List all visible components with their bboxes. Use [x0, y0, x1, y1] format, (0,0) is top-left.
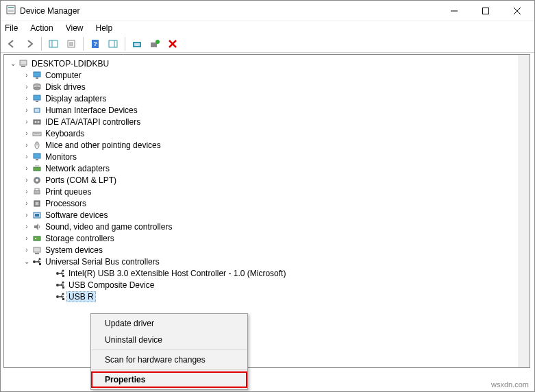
svg-rect-40 [34, 154, 40, 158]
separator [92, 369, 247, 370]
expander-icon[interactable]: › [22, 188, 32, 195]
svg-point-53 [35, 238, 36, 239]
category-label: Universal Serial Bus controllers [45, 257, 160, 267]
expander-icon[interactable]: › [22, 176, 32, 184]
svg-rect-61 [39, 263, 41, 265]
tree-category[interactable]: › Network adapters [5, 162, 528, 174]
expander-icon[interactable]: ⌄ [8, 60, 18, 67]
root-label: DESKTOP-LDIDKBU [32, 59, 109, 69]
svg-rect-26 [36, 77, 38, 79]
menu-view[interactable]: View [66, 23, 84, 33]
svg-rect-31 [36, 101, 38, 102]
usb-icon [55, 268, 66, 279]
svg-rect-1 [8, 7, 14, 8]
maximize-button[interactable] [470, 1, 501, 21]
tree-category[interactable]: › Storage controllers [5, 232, 528, 244]
expander-icon[interactable]: › [22, 71, 32, 79]
menubar: File Action View Help [1, 21, 534, 35]
expander-icon[interactable]: › [22, 164, 32, 172]
svg-rect-43 [35, 165, 39, 167]
usb-icon [55, 280, 66, 291]
svg-rect-30 [34, 95, 40, 100]
svg-point-71 [62, 281, 64, 283]
tree-category[interactable]: › Software devices [5, 209, 528, 221]
device-icon [32, 117, 42, 127]
expander-icon[interactable]: › [22, 234, 32, 242]
category-label: Processors [45, 199, 86, 208]
category-label: Network adapters [45, 164, 110, 173]
tree-category[interactable]: › Display adapters [5, 93, 528, 104]
add-legacy-button[interactable] [147, 36, 163, 51]
expander-icon[interactable]: › [22, 211, 32, 219]
svg-rect-25 [34, 72, 40, 77]
expander-icon[interactable]: › [22, 130, 32, 137]
tree-category[interactable]: › Ports (COM & LPT) [5, 174, 528, 186]
menu-help[interactable]: Help [96, 23, 113, 33]
menu-action[interactable]: Action [30, 23, 53, 33]
forward-button[interactable] [21, 36, 38, 51]
context-update-driver[interactable]: Update driver [91, 315, 247, 332]
tree-category[interactable]: › System devices [5, 244, 528, 256]
expander-icon[interactable]: › [22, 106, 32, 114]
svg-rect-4 [483, 8, 489, 14]
window-title: Device Manager [20, 6, 79, 16]
tree-category[interactable]: ⌄ Universal Serial Bus controllers [5, 256, 528, 267]
context-properties[interactable]: Properties [91, 371, 247, 388]
category-label: Mice and other pointing devices [45, 140, 161, 150]
tree-category[interactable]: › Human Interface Devices [5, 104, 528, 116]
show-hide-console-button[interactable] [45, 36, 62, 51]
properties-button[interactable] [63, 36, 79, 51]
minimize-button[interactable] [438, 1, 470, 21]
tree-category[interactable]: › IDE ATA/ATAPI controllers [5, 116, 528, 127]
category-label: Display adapters [45, 94, 106, 103]
context-scan-hardware[interactable]: Scan for hardware changes [91, 352, 247, 368]
back-button[interactable] [3, 36, 20, 51]
svg-rect-24 [21, 66, 25, 67]
expander-icon[interactable]: › [22, 83, 32, 90]
computer-icon [18, 58, 29, 69]
svg-point-77 [62, 293, 64, 295]
device-label: USB R [66, 291, 96, 302]
tree-category[interactable]: › Processors [5, 197, 528, 209]
app-icon [6, 5, 16, 16]
tree-root[interactable]: ⌄ DESKTOP-LDIDKBU [5, 58, 528, 69]
svg-rect-54 [34, 247, 40, 252]
expander-icon[interactable]: ⌄ [22, 258, 32, 265]
tree-category[interactable]: › Mice and other pointing devices [5, 139, 528, 151]
scan-hardware-button[interactable] [129, 36, 145, 51]
device-icon [32, 233, 42, 244]
expander-icon[interactable]: › [22, 95, 32, 102]
category-label: Keyboards [45, 129, 84, 138]
menu-file[interactable]: File [5, 23, 18, 33]
tree-category[interactable]: › Sound, video and game controllers [5, 221, 528, 232]
svg-point-35 [38, 121, 39, 123]
svg-rect-7 [49, 40, 58, 47]
tree-category[interactable]: › Computer [5, 69, 528, 81]
device-icon [32, 93, 42, 104]
device-icon [32, 210, 42, 221]
tree-category[interactable]: › Monitors [5, 151, 528, 162]
svg-point-45 [36, 179, 38, 182]
expander-icon[interactable]: › [22, 223, 32, 230]
tree-device[interactable]: USB R [5, 291, 528, 302]
device-tree[interactable]: ⌄ DESKTOP-LDIDKBU › Computer› Disk drive… [3, 54, 530, 368]
device-icon [32, 186, 42, 197]
action-pane-button[interactable] [105, 36, 121, 51]
tree-category[interactable]: › Disk drives [5, 81, 528, 93]
tree-category[interactable]: › Print queues [5, 186, 528, 197]
expander-icon[interactable]: › [22, 246, 32, 254]
close-button[interactable] [501, 1, 533, 21]
expander-icon[interactable]: › [22, 141, 32, 149]
svg-rect-23 [20, 60, 27, 65]
uninstall-button[interactable] [164, 36, 181, 51]
context-uninstall-device[interactable]: Uninstall device [91, 332, 247, 348]
tree-category[interactable]: › Keyboards [5, 127, 528, 139]
expander-icon[interactable]: › [22, 153, 32, 160]
help-button[interactable]: ? [87, 36, 103, 51]
tree-device[interactable]: Intel(R) USB 3.0 eXtensible Host Control… [5, 267, 528, 279]
expander-icon[interactable]: › [22, 118, 32, 125]
tree-device[interactable]: USB Composite Device [5, 279, 528, 291]
scrollbar[interactable] [519, 54, 530, 368]
svg-point-34 [35, 121, 36, 123]
expander-icon[interactable]: › [22, 199, 32, 207]
